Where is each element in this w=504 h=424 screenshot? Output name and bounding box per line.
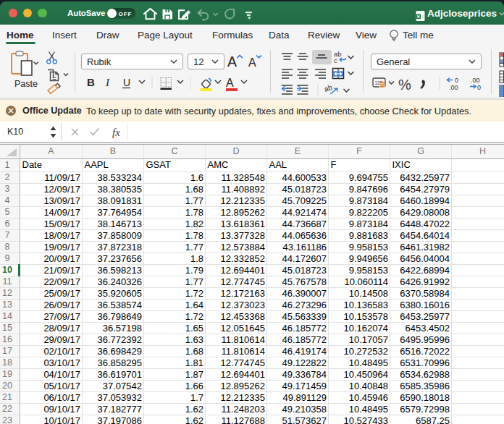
svg-text:I: I (105, 77, 110, 88)
svg-text:ab: ab (323, 83, 333, 93)
svg-text:.00: .00 (449, 84, 458, 91)
svg-text:A: A (227, 54, 237, 69)
svg-text:A: A (226, 77, 234, 89)
svg-text:B: B (87, 76, 95, 88)
svg-text:A: A (248, 56, 256, 69)
svg-text:0: 0 (477, 84, 481, 91)
svg-text:fx: fx (112, 127, 120, 138)
svg-text:c: c (334, 56, 337, 64)
svg-text:%: % (398, 77, 411, 93)
svg-text:.00: .00 (471, 77, 480, 84)
svg-text:0: 0 (455, 77, 458, 84)
svg-text:U: U (123, 77, 130, 88)
